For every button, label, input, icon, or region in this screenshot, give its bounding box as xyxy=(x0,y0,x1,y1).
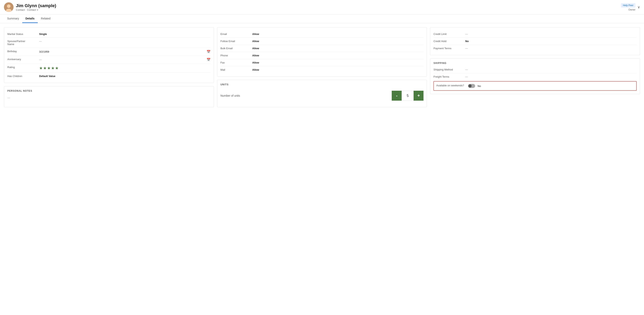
help-peer-button[interactable]: Help Peer xyxy=(621,3,636,7)
email-pref-label: Email xyxy=(220,32,252,35)
shipping-method-row: Shipping Method --- xyxy=(434,66,637,73)
tab-summary[interactable]: Summary xyxy=(4,14,22,23)
fax-pref-label: Fax xyxy=(220,61,252,64)
marital-status-label: Marital Status xyxy=(7,32,39,35)
anniversary-row: Anniversary --- 📅 xyxy=(7,56,210,64)
has-children-value: Default Value xyxy=(39,75,210,78)
svg-point-1 xyxy=(7,4,10,8)
right-column: Credit Limit --- Credit Hold No Payment … xyxy=(430,27,640,107)
credit-hold-label: Credit Hold xyxy=(434,40,465,43)
contact-type: Contact · Contact ∨ xyxy=(16,8,621,11)
bulk-email-row: Bulk Email Allow xyxy=(220,45,424,52)
payment-terms-label: Payment Terms xyxy=(434,47,465,50)
rating-value: ★★★★★ xyxy=(39,66,210,70)
tab-related[interactable]: Related xyxy=(38,14,54,23)
credit-card: Credit Limit --- Credit Hold No Payment … xyxy=(430,27,640,55)
units-label: Number of units xyxy=(220,94,392,97)
contact-type-2: Contact xyxy=(27,8,36,11)
phone-pref-label: Phone xyxy=(220,54,252,57)
units-section-title: Units xyxy=(220,83,424,86)
rating-stars: ★★★★★ xyxy=(39,66,59,70)
email-pref-value: Allow xyxy=(252,32,424,35)
contact-name: Jim Glynn (sample) xyxy=(16,3,621,8)
freight-terms-row: Freight Terms --- xyxy=(434,73,637,80)
page-header: Jim Glynn (sample) Contact · Contact ∨ H… xyxy=(0,0,644,14)
header-info: Jim Glynn (sample) Contact · Contact ∨ xyxy=(16,3,621,11)
credit-hold-row: Credit Hold No xyxy=(434,38,637,45)
follow-email-row: Follow Email Allow xyxy=(220,38,424,45)
payment-terms-row: Payment Terms --- xyxy=(434,45,637,52)
personal-notes-value: --- xyxy=(7,94,210,99)
freight-terms-value: --- xyxy=(465,75,637,78)
units-row: Number of units - 5 + xyxy=(220,87,424,104)
spouse-name-row: Spouse/PartnerName --- xyxy=(7,38,210,48)
email-pref-row: Email Allow xyxy=(220,30,424,38)
fax-pref-row: Fax Allow xyxy=(220,59,424,66)
follow-email-value: Allow xyxy=(252,40,424,43)
left-column: Marital Status Single Spouse/PartnerName… xyxy=(4,27,214,107)
marital-status-value: Single xyxy=(39,32,210,35)
credit-hold-value: No xyxy=(465,40,637,43)
phone-pref-row: Phone Allow xyxy=(220,52,424,59)
fax-pref-value: Allow xyxy=(252,61,424,64)
bulk-email-label: Bulk Email xyxy=(220,47,252,50)
units-value-display: 5 xyxy=(402,91,414,101)
personal-info-card: Marital Status Single Spouse/PartnerName… xyxy=(4,27,214,83)
avatar xyxy=(4,2,14,12)
credit-limit-label: Credit Limit xyxy=(434,32,465,35)
rating-row: Rating ★★★★★ xyxy=(7,64,210,73)
shipping-method-label: Shipping Method xyxy=(434,68,465,71)
shipping-section-title: SHIPPING xyxy=(434,62,637,64)
personal-notes-card: PERSONAL NOTES --- xyxy=(4,86,214,107)
units-controls: - 5 + xyxy=(392,91,424,101)
payment-terms-value: --- xyxy=(465,47,637,50)
credit-limit-value: --- xyxy=(465,32,637,35)
freight-terms-label: Freight Terms xyxy=(434,75,465,78)
units-increment-button[interactable]: + xyxy=(414,91,424,101)
available-weekends-value: No xyxy=(468,84,634,88)
units-card: Units Number of units - 5 + xyxy=(217,80,427,107)
mail-pref-value: Allow xyxy=(252,68,424,71)
weekends-toggle[interactable] xyxy=(468,84,475,88)
shipping-method-value: --- xyxy=(465,68,637,71)
birthday-value: 3/2/1959 📅 xyxy=(39,50,210,54)
credit-limit-row: Credit Limit --- xyxy=(434,30,637,38)
mail-pref-row: Mail Allow xyxy=(220,66,424,73)
phone-pref-value: Allow xyxy=(252,54,424,57)
available-weekends-label: Available on weekends? xyxy=(436,84,468,87)
units-decrement-button[interactable]: - xyxy=(392,91,402,101)
header-chevron-icon[interactable]: ∨ xyxy=(638,5,640,9)
personal-notes-title: PERSONAL NOTES xyxy=(7,89,210,92)
rating-label: Rating xyxy=(7,66,39,69)
contact-type-1: Contact xyxy=(16,8,25,11)
has-children-label: Has Children xyxy=(7,75,39,78)
anniversary-label: Anniversary xyxy=(7,58,39,61)
spouse-name-value: --- xyxy=(39,40,210,43)
has-children-row: Has Children Default Value xyxy=(7,73,210,80)
tab-details[interactable]: Details xyxy=(22,14,38,23)
anniversary-calendar-icon[interactable]: 📅 xyxy=(206,58,210,61)
type-dropdown-arrow[interactable]: ∨ xyxy=(37,8,38,11)
available-weekends-highlight: Available on weekends? No xyxy=(434,81,637,91)
toggle-track xyxy=(468,84,475,88)
main-content: Marital Status Single Spouse/PartnerName… xyxy=(0,23,644,111)
birthday-calendar-icon[interactable]: 📅 xyxy=(206,50,210,54)
marital-status-row: Marital Status Single xyxy=(7,30,210,38)
follow-email-label: Follow Email xyxy=(220,40,252,43)
mail-pref-label: Mail xyxy=(220,68,252,71)
anniversary-value: --- 📅 xyxy=(39,58,210,61)
owner-label: Owner xyxy=(628,8,636,11)
birthday-row: Birthday 3/2/1959 📅 xyxy=(7,48,210,56)
available-weekends-row: Available on weekends? No xyxy=(434,82,636,90)
bulk-email-value: Allow xyxy=(252,47,424,50)
birthday-label: Birthday xyxy=(7,50,39,53)
spouse-name-label: Spouse/PartnerName xyxy=(7,40,39,46)
contact-preferences-card: Email Allow Follow Email Allow Bulk Emai… xyxy=(217,27,427,77)
toggle-thumb xyxy=(468,84,472,87)
header-dot: · xyxy=(26,8,26,11)
header-right: Help Peer Owner xyxy=(621,3,636,11)
tab-bar: Summary Details Related xyxy=(0,14,644,23)
weekends-toggle-label: No xyxy=(478,84,481,87)
shipping-card: SHIPPING Shipping Method --- Freight Ter… xyxy=(430,58,640,94)
middle-column: Email Allow Follow Email Allow Bulk Emai… xyxy=(217,27,427,107)
